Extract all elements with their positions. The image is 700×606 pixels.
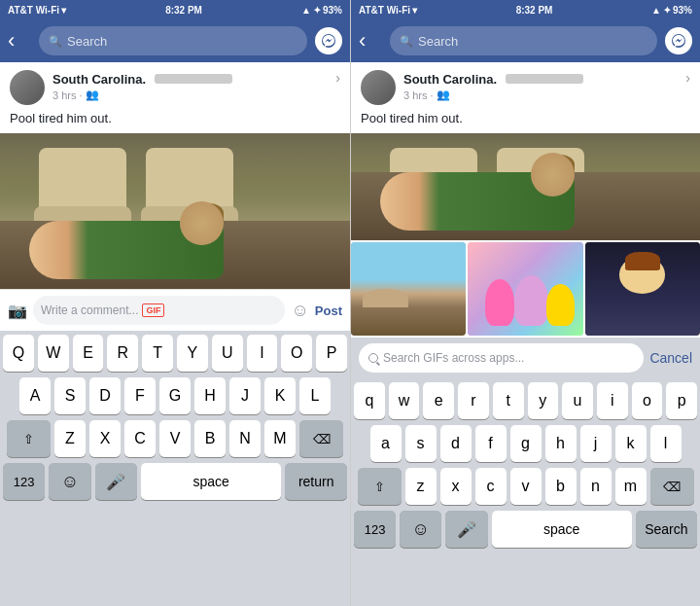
key-q[interactable]: q	[354, 382, 385, 419]
key-num-right[interactable]: 123	[354, 511, 396, 548]
key-V[interactable]: V	[159, 420, 191, 457]
messenger-button-right[interactable]	[665, 27, 692, 54]
key-Q[interactable]: Q	[3, 335, 34, 372]
messenger-button-left[interactable]	[315, 27, 342, 54]
key-l[interactable]: l	[650, 425, 682, 462]
key-G[interactable]: G	[159, 377, 191, 414]
key-g[interactable]: g	[510, 425, 542, 462]
gif-thumb-3[interactable]	[585, 242, 700, 336]
post-image-right[interactable]	[351, 133, 700, 240]
key-F[interactable]: F	[124, 377, 156, 414]
right-phone-panel: AT&T Wi-Fi ▾ 8:32 PM ▲ ✦ 93% ‹ 🔍 Search	[350, 0, 700, 606]
key-J[interactable]: J	[229, 377, 261, 414]
key-B[interactable]: B	[194, 420, 226, 457]
key-return-left[interactable]: return	[285, 463, 347, 500]
post-chevron-left[interactable]: ›	[335, 70, 340, 86]
key-S[interactable]: S	[54, 377, 86, 414]
key-A[interactable]: A	[19, 377, 51, 414]
key-h[interactable]: h	[545, 425, 577, 462]
key-C[interactable]: C	[124, 420, 156, 457]
back-button-left[interactable]: ‹	[8, 28, 31, 53]
camera-icon-left[interactable]: 📷	[8, 302, 27, 320]
key-j[interactable]: j	[580, 425, 612, 462]
key-L[interactable]: L	[299, 377, 331, 414]
key-X[interactable]: X	[89, 420, 121, 457]
key-f[interactable]: f	[475, 425, 507, 462]
wifi-icon-right: ▾	[412, 5, 417, 16]
search-icon-right: 🔍	[400, 35, 413, 48]
key-u[interactable]: u	[562, 382, 593, 419]
key-mic-right[interactable]: 🎤	[445, 511, 487, 548]
key-mic-left[interactable]: 🎤	[95, 463, 137, 500]
key-d[interactable]: d	[440, 425, 472, 462]
post-image-left[interactable]	[0, 133, 350, 289]
post-button-left[interactable]: Post	[315, 303, 342, 318]
key-space-right[interactable]: space	[492, 511, 632, 548]
back-button-right[interactable]: ‹	[359, 28, 382, 53]
gif-cancel-button[interactable]: Cancel	[649, 350, 692, 366]
key-shift-right[interactable]: ⇧	[358, 468, 402, 505]
key-P[interactable]: P	[316, 335, 347, 372]
key-i[interactable]: i	[597, 382, 628, 419]
key-O[interactable]: O	[281, 335, 312, 372]
key-I[interactable]: I	[247, 335, 278, 372]
key-D[interactable]: D	[89, 377, 121, 414]
key-n[interactable]: n	[580, 468, 612, 505]
key-W[interactable]: W	[38, 335, 69, 372]
key-shift-left[interactable]: ⇧	[7, 420, 51, 457]
key-s[interactable]: s	[405, 425, 437, 462]
key-m[interactable]: m	[615, 468, 647, 505]
battery-pct-right: 93%	[673, 5, 692, 16]
key-U[interactable]: U	[212, 335, 243, 372]
comment-input-left[interactable]: Write a comment... GIF	[33, 296, 285, 325]
gif-search-input[interactable]: Search GIFs across apps...	[359, 343, 644, 373]
gif-thumb-1[interactable]	[351, 242, 466, 336]
messenger-icon-left	[321, 33, 336, 49]
key-t[interactable]: t	[493, 382, 524, 419]
key-o[interactable]: o	[632, 382, 663, 419]
search-placeholder-right: Search	[418, 34, 458, 49]
person-head-r	[531, 153, 575, 196]
emoji-icon-left[interactable]: ☺	[291, 301, 308, 321]
gif-thumb-2[interactable]	[468, 242, 582, 336]
keyboard-row2-right: a s d f g h j k l	[354, 425, 697, 462]
key-delete-right[interactable]: ⌫	[650, 468, 694, 505]
key-delete-left[interactable]: ⌫	[299, 420, 343, 457]
key-r[interactable]: r	[458, 382, 489, 419]
key-E[interactable]: E	[73, 335, 104, 372]
key-a[interactable]: a	[370, 425, 402, 462]
key-M[interactable]: M	[264, 420, 296, 457]
keyboard-right: q w e r t y u i o p a s d f g h j k l ⇧ …	[351, 378, 700, 606]
key-c[interactable]: c	[475, 468, 507, 505]
key-search-right[interactable]: Search	[636, 511, 697, 548]
key-y[interactable]: y	[528, 382, 559, 419]
search-icon-gif	[368, 353, 378, 363]
key-Y[interactable]: Y	[177, 335, 208, 372]
key-x[interactable]: x	[440, 468, 472, 505]
key-z[interactable]: z	[405, 468, 437, 505]
key-space-left[interactable]: space	[141, 463, 281, 500]
key-v[interactable]: v	[510, 468, 542, 505]
location-icon-right: ▲	[651, 5, 661, 16]
gif-badge-left[interactable]: GIF	[142, 303, 164, 317]
key-emoji-left[interactable]: ☺	[49, 463, 90, 500]
key-T[interactable]: T	[142, 335, 173, 372]
post-chevron-right[interactable]: ›	[685, 70, 690, 86]
key-p[interactable]: p	[666, 382, 697, 419]
key-N[interactable]: N	[229, 420, 261, 457]
search-bar-left[interactable]: 🔍 Search	[39, 26, 307, 55]
key-w[interactable]: w	[389, 382, 420, 419]
gif-thumbnails	[351, 240, 700, 338]
search-placeholder-left: Search	[67, 34, 107, 49]
key-H[interactable]: H	[194, 377, 226, 414]
key-R[interactable]: R	[107, 335, 138, 372]
key-emoji-right[interactable]: ☺	[400, 511, 441, 548]
key-num-left[interactable]: 123	[3, 463, 45, 500]
key-e[interactable]: e	[423, 382, 454, 419]
key-K[interactable]: K	[264, 377, 296, 414]
key-Z[interactable]: Z	[54, 420, 86, 457]
post-header-left: South Carolina. 3 hrs · 👥 ›	[0, 62, 350, 109]
key-k[interactable]: k	[615, 425, 647, 462]
search-bar-right[interactable]: 🔍 Search	[390, 26, 657, 55]
key-b[interactable]: b	[545, 468, 577, 505]
